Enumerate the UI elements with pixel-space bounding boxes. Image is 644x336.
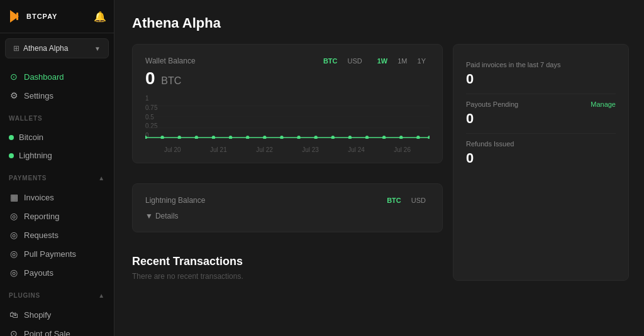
page-title: Athena Alpha (132, 15, 629, 31)
store-selector[interactable]: ⊞ Athena Alpha ▼ (5, 38, 109, 58)
svg-point-8 (160, 136, 164, 139)
recent-transactions-empty: There are no recent transactions. (132, 272, 443, 281)
lightning-details-toggle[interactable]: ▼ Details (145, 212, 430, 220)
svg-point-21 (382, 136, 386, 139)
wallets-nav: Bitcoin Lightning (0, 124, 114, 168)
lightning-currency-tabs: BTC USD (383, 195, 430, 205)
stats-card: Paid invoices in the last 7 days 0 Payou… (453, 44, 629, 281)
sidebar-item-shopify[interactable]: 🛍 Shopify (0, 305, 114, 324)
pull-payments-label: Pull Payments (24, 249, 76, 259)
sidebar-item-bitcoin[interactable]: Bitcoin (0, 128, 114, 146)
bitcoin-status-dot (9, 135, 14, 140)
wallet-currency-tabs: BTC USD (319, 56, 366, 66)
refunds-value: 0 (466, 150, 616, 166)
time-1y[interactable]: 1Y (414, 56, 430, 66)
pos-label: Point of Sale (24, 329, 70, 337)
svg-point-24 (428, 136, 430, 139)
paid-invoices-stat: Paid invoices in the last 7 days 0 (466, 55, 616, 94)
lightning-status-dot (9, 153, 14, 158)
svg-rect-1 (16, 13, 18, 20)
recent-transactions-title: Recent Transactions (132, 255, 443, 268)
manage-link[interactable]: Manage (591, 100, 616, 108)
wallets-section-label: WALLETS (0, 109, 114, 124)
reporting-label: Reporting (24, 212, 59, 221)
svg-point-15 (280, 136, 283, 139)
wallet-balance-row: 0 BTC (145, 68, 430, 89)
nav-section-main: ⊙ Dashboard ⚙ Settings (0, 63, 114, 109)
svg-point-11 (212, 136, 215, 139)
wallet-balance-card: Wallet Balance BTC USD 1W 1M 1Y (132, 44, 443, 163)
logo-area: BTCPAY (8, 9, 57, 24)
lightning-card-header: Lightning Balance BTC USD (145, 195, 430, 205)
chart-area: 1 0.75 0.5 0.25 0 (145, 95, 430, 145)
sidebar-item-pull-payments[interactable]: ◎ Pull Payments (0, 244, 114, 263)
svg-point-14 (263, 136, 266, 139)
main-content: Athena Alpha Wallet Balance BTC USD 1W 1… (114, 0, 644, 336)
x-axis: Jul 20 Jul 21 Jul 22 Jul 23 Jul 24 Jul 2… (145, 145, 430, 153)
wallet-controls: BTC USD 1W 1M 1Y (319, 56, 430, 66)
shopify-icon: 🛍 (9, 310, 19, 320)
wallet-chart-container: 1 0.75 0.5 0.25 0 (145, 95, 430, 151)
sidebar-item-point-of-sale[interactable]: ⊙ Point of Sale (0, 324, 114, 336)
wallet-card-header: Wallet Balance BTC USD 1W 1M 1Y (145, 56, 430, 66)
invoices-label: Invoices (24, 193, 54, 202)
sidebar-header: BTCPAY 🔔 (0, 0, 114, 33)
settings-label: Settings (24, 91, 53, 100)
bitcoin-label: Bitcoin (19, 133, 43, 142)
recent-transactions-section: Recent Transactions There are no recent … (132, 255, 443, 281)
btcpay-logo-icon (8, 9, 23, 24)
refunds-label-row: Refunds Issued (466, 140, 616, 148)
chevron-down-icon: ▼ (94, 45, 101, 52)
svg-point-13 (246, 136, 249, 139)
svg-point-16 (297, 136, 300, 139)
app-name: BTCPAY (26, 13, 57, 20)
pos-icon: ⊙ (9, 328, 19, 336)
wallet-chart-svg (145, 95, 430, 139)
wallet-balance-label: Wallet Balance (145, 57, 196, 65)
notification-bell-icon[interactable]: 🔔 (94, 11, 106, 23)
svg-point-12 (229, 136, 232, 139)
store-name-label: Athena Alpha (23, 44, 91, 53)
store-icon: ⊞ (13, 44, 19, 53)
payouts-pending-label: Payouts Pending (466, 100, 518, 108)
plugins-section-label: PLUGINS ▲ (0, 286, 114, 301)
payouts-pending-stat: Payouts Pending Manage 0 (466, 94, 616, 134)
sidebar-item-requests[interactable]: ◎ Requests (0, 225, 114, 244)
refunds-issued-stat: Refunds Issued 0 (466, 134, 616, 173)
payouts-label: Payouts (24, 268, 53, 278)
svg-point-22 (399, 136, 402, 139)
sidebar-item-payouts[interactable]: ◎ Payouts (0, 263, 114, 282)
lightning-usd-tab[interactable]: USD (408, 195, 430, 205)
payouts-pending-value: 0 (466, 111, 616, 127)
lightning-balance-card: Lightning Balance BTC USD ▼ Details (132, 183, 443, 232)
dashboard-grid: Wallet Balance BTC USD 1W 1M 1Y (132, 44, 629, 281)
svg-point-18 (331, 136, 335, 139)
paid-invoices-label: Paid invoices in the last 7 days (466, 61, 560, 68)
svg-point-17 (314, 136, 317, 139)
sidebar: BTCPAY 🔔 ⊞ Athena Alpha ▼ ⊙ Dashboard ⚙ … (0, 0, 114, 336)
wallet-balance-value: 0 (145, 68, 155, 88)
svg-point-9 (178, 136, 181, 139)
sidebar-item-invoices[interactable]: ▦ Invoices (0, 188, 114, 207)
sidebar-item-settings[interactable]: ⚙ Settings (0, 86, 114, 105)
time-1m[interactable]: 1M (394, 56, 411, 66)
payments-nav: ▦ Invoices ◎ Reporting ◎ Requests ◎ Pull… (0, 184, 114, 286)
paid-invoices-value: 0 (466, 71, 616, 87)
payments-section-label: PAYMENTS ▲ (0, 168, 114, 184)
sidebar-item-lightning[interactable]: Lightning (0, 146, 114, 165)
dashboard-label: Dashboard (24, 72, 64, 82)
lightning-btc-tab[interactable]: BTC (383, 195, 405, 205)
dashboard-icon: ⊙ (9, 72, 19, 82)
usd-tab[interactable]: USD (344, 56, 366, 66)
sidebar-item-dashboard[interactable]: ⊙ Dashboard (0, 67, 114, 86)
time-1w[interactable]: 1W (374, 56, 392, 66)
plugins-collapse-icon[interactable]: ▲ (98, 292, 105, 299)
btc-tab[interactable]: BTC (319, 56, 341, 66)
payments-collapse-icon[interactable]: ▲ (98, 175, 105, 182)
lightning-label: Lightning (19, 151, 52, 160)
sidebar-item-reporting[interactable]: ◎ Reporting (0, 207, 114, 225)
svg-point-20 (365, 136, 369, 139)
svg-point-7 (145, 136, 147, 139)
payouts-pending-label-row: Payouts Pending Manage (466, 100, 616, 108)
requests-icon: ◎ (9, 230, 19, 240)
